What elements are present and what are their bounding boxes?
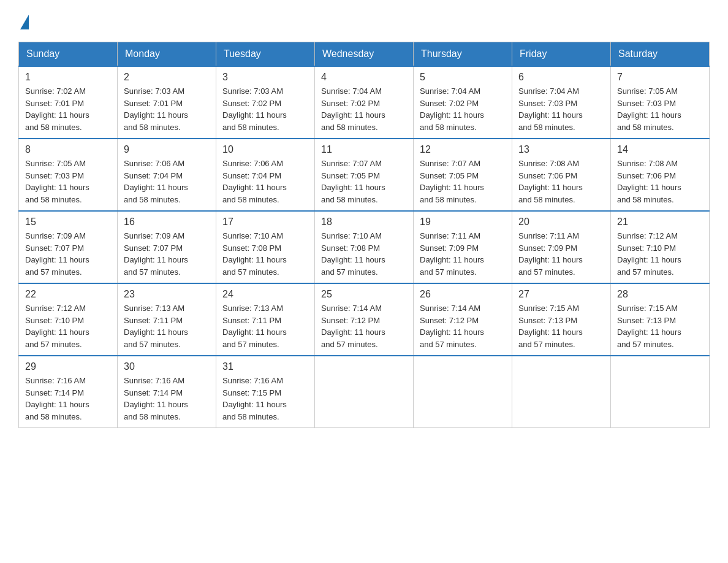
column-header-monday: Monday: [118, 42, 216, 67]
calendar-week-row: 22 Sunrise: 7:12 AMSunset: 7:10 PMDaylig…: [19, 283, 710, 356]
day-number: 23: [124, 289, 210, 300]
day-info: Sunrise: 7:11 AMSunset: 7:09 PMDaylight:…: [518, 231, 583, 277]
day-number: 28: [617, 289, 703, 300]
calendar-cell: 1 Sunrise: 7:02 AMSunset: 7:01 PMDayligh…: [19, 66, 118, 139]
day-number: 2: [124, 72, 210, 83]
calendar-table: SundayMondayTuesdayWednesdayThursdayFrid…: [18, 42, 710, 428]
day-info: Sunrise: 7:12 AMSunset: 7:10 PMDaylight:…: [25, 304, 89, 349]
column-header-friday: Friday: [512, 42, 611, 67]
day-number: 17: [222, 216, 308, 228]
calendar-cell: 16 Sunrise: 7:09 AMSunset: 7:07 PMDaylig…: [118, 211, 216, 283]
calendar-cell: [414, 356, 512, 428]
day-info: Sunrise: 7:04 AMSunset: 7:02 PMDaylight:…: [420, 86, 484, 132]
calendar-cell: [512, 356, 611, 428]
day-info: Sunrise: 7:12 AMSunset: 7:10 PMDaylight:…: [617, 231, 681, 277]
calendar-cell: 3 Sunrise: 7:03 AMSunset: 7:02 PMDayligh…: [216, 66, 315, 139]
day-info: Sunrise: 7:16 AMSunset: 7:15 PMDaylight:…: [222, 376, 287, 421]
day-info: Sunrise: 7:06 AMSunset: 7:04 PMDaylight:…: [124, 159, 188, 204]
day-number: 19: [420, 216, 506, 228]
day-info: Sunrise: 7:15 AMSunset: 7:13 PMDaylight:…: [518, 304, 583, 349]
day-info: Sunrise: 7:16 AMSunset: 7:14 PMDaylight:…: [25, 376, 89, 421]
calendar-cell: 17 Sunrise: 7:10 AMSunset: 7:08 PMDaylig…: [216, 211, 315, 283]
calendar-cell: 25 Sunrise: 7:14 AMSunset: 7:12 PMDaylig…: [315, 283, 414, 356]
day-number: 24: [222, 289, 308, 300]
calendar-week-row: 8 Sunrise: 7:05 AMSunset: 7:03 PMDayligh…: [19, 139, 710, 211]
day-info: Sunrise: 7:13 AMSunset: 7:11 PMDaylight:…: [124, 304, 188, 349]
day-number: 20: [518, 216, 604, 228]
day-info: Sunrise: 7:16 AMSunset: 7:14 PMDaylight:…: [124, 376, 188, 421]
day-number: 8: [25, 144, 111, 155]
day-info: Sunrise: 7:14 AMSunset: 7:12 PMDaylight:…: [420, 304, 484, 349]
day-info: Sunrise: 7:03 AMSunset: 7:02 PMDaylight:…: [222, 86, 287, 132]
day-info: Sunrise: 7:05 AMSunset: 7:03 PMDaylight:…: [617, 86, 681, 132]
day-info: Sunrise: 7:08 AMSunset: 7:06 PMDaylight:…: [617, 159, 681, 204]
day-number: 27: [518, 289, 604, 300]
day-number: 26: [420, 289, 506, 300]
calendar-cell: 19 Sunrise: 7:11 AMSunset: 7:09 PMDaylig…: [414, 211, 512, 283]
day-number: 6: [518, 72, 604, 83]
day-number: 7: [617, 72, 703, 83]
day-info: Sunrise: 7:15 AMSunset: 7:13 PMDaylight:…: [617, 304, 681, 349]
calendar-cell: 30 Sunrise: 7:16 AMSunset: 7:14 PMDaylig…: [118, 356, 216, 428]
page-header: [18, 12, 710, 29]
calendar-cell: 22 Sunrise: 7:12 AMSunset: 7:10 PMDaylig…: [19, 283, 118, 356]
day-number: 13: [518, 144, 604, 155]
day-number: 14: [617, 144, 703, 155]
calendar-cell: 28 Sunrise: 7:15 AMSunset: 7:13 PMDaylig…: [611, 283, 710, 356]
calendar-cell: 15 Sunrise: 7:09 AMSunset: 7:07 PMDaylig…: [19, 211, 118, 283]
day-info: Sunrise: 7:05 AMSunset: 7:03 PMDaylight:…: [25, 159, 89, 204]
calendar-cell: [611, 356, 710, 428]
day-info: Sunrise: 7:10 AMSunset: 7:08 PMDaylight:…: [321, 231, 385, 277]
calendar-cell: 8 Sunrise: 7:05 AMSunset: 7:03 PMDayligh…: [19, 139, 118, 211]
logo: [18, 12, 29, 29]
day-info: Sunrise: 7:09 AMSunset: 7:07 PMDaylight:…: [124, 231, 188, 277]
day-number: 3: [222, 72, 308, 83]
calendar-cell: 10 Sunrise: 7:06 AMSunset: 7:04 PMDaylig…: [216, 139, 315, 211]
column-header-tuesday: Tuesday: [216, 42, 315, 67]
day-number: 1: [25, 72, 111, 83]
day-number: 25: [321, 289, 407, 300]
calendar-cell: [315, 356, 414, 428]
day-info: Sunrise: 7:11 AMSunset: 7:09 PMDaylight:…: [420, 231, 484, 277]
calendar-cell: 12 Sunrise: 7:07 AMSunset: 7:05 PMDaylig…: [414, 139, 512, 211]
day-info: Sunrise: 7:14 AMSunset: 7:12 PMDaylight:…: [321, 304, 385, 349]
day-info: Sunrise: 7:06 AMSunset: 7:04 PMDaylight:…: [222, 159, 287, 204]
column-header-thursday: Thursday: [414, 42, 512, 67]
calendar-cell: 11 Sunrise: 7:07 AMSunset: 7:05 PMDaylig…: [315, 139, 414, 211]
calendar-cell: 7 Sunrise: 7:05 AMSunset: 7:03 PMDayligh…: [611, 66, 710, 139]
calendar-cell: 14 Sunrise: 7:08 AMSunset: 7:06 PMDaylig…: [611, 139, 710, 211]
calendar-week-row: 15 Sunrise: 7:09 AMSunset: 7:07 PMDaylig…: [19, 211, 710, 283]
calendar-header-row: SundayMondayTuesdayWednesdayThursdayFrid…: [19, 42, 710, 67]
calendar-cell: 6 Sunrise: 7:04 AMSunset: 7:03 PMDayligh…: [512, 66, 611, 139]
calendar-cell: 27 Sunrise: 7:15 AMSunset: 7:13 PMDaylig…: [512, 283, 611, 356]
day-number: 18: [321, 216, 407, 228]
calendar-cell: 21 Sunrise: 7:12 AMSunset: 7:10 PMDaylig…: [611, 211, 710, 283]
logo-triangle-icon: [20, 15, 29, 29]
day-number: 29: [25, 361, 111, 372]
day-info: Sunrise: 7:04 AMSunset: 7:02 PMDaylight:…: [321, 86, 385, 132]
calendar-cell: 20 Sunrise: 7:11 AMSunset: 7:09 PMDaylig…: [512, 211, 611, 283]
day-number: 21: [617, 216, 703, 228]
day-info: Sunrise: 7:02 AMSunset: 7:01 PMDaylight:…: [25, 86, 89, 132]
day-number: 4: [321, 72, 407, 83]
day-number: 12: [420, 144, 506, 155]
day-number: 22: [25, 289, 111, 300]
calendar-cell: 9 Sunrise: 7:06 AMSunset: 7:04 PMDayligh…: [118, 139, 216, 211]
day-info: Sunrise: 7:04 AMSunset: 7:03 PMDaylight:…: [518, 86, 583, 132]
day-info: Sunrise: 7:13 AMSunset: 7:11 PMDaylight:…: [222, 304, 287, 349]
day-info: Sunrise: 7:03 AMSunset: 7:01 PMDaylight:…: [124, 86, 188, 132]
calendar-cell: 31 Sunrise: 7:16 AMSunset: 7:15 PMDaylig…: [216, 356, 315, 428]
day-info: Sunrise: 7:10 AMSunset: 7:08 PMDaylight:…: [222, 231, 287, 277]
calendar-cell: 2 Sunrise: 7:03 AMSunset: 7:01 PMDayligh…: [118, 66, 216, 139]
calendar-cell: 23 Sunrise: 7:13 AMSunset: 7:11 PMDaylig…: [118, 283, 216, 356]
calendar-cell: 18 Sunrise: 7:10 AMSunset: 7:08 PMDaylig…: [315, 211, 414, 283]
column-header-saturday: Saturday: [611, 42, 710, 67]
calendar-cell: 26 Sunrise: 7:14 AMSunset: 7:12 PMDaylig…: [414, 283, 512, 356]
day-number: 11: [321, 144, 407, 155]
day-number: 15: [25, 216, 111, 228]
day-info: Sunrise: 7:08 AMSunset: 7:06 PMDaylight:…: [518, 159, 583, 204]
day-number: 9: [124, 144, 210, 155]
calendar-week-row: 1 Sunrise: 7:02 AMSunset: 7:01 PMDayligh…: [19, 66, 710, 139]
calendar-week-row: 29 Sunrise: 7:16 AMSunset: 7:14 PMDaylig…: [19, 356, 710, 428]
calendar-cell: 5 Sunrise: 7:04 AMSunset: 7:02 PMDayligh…: [414, 66, 512, 139]
